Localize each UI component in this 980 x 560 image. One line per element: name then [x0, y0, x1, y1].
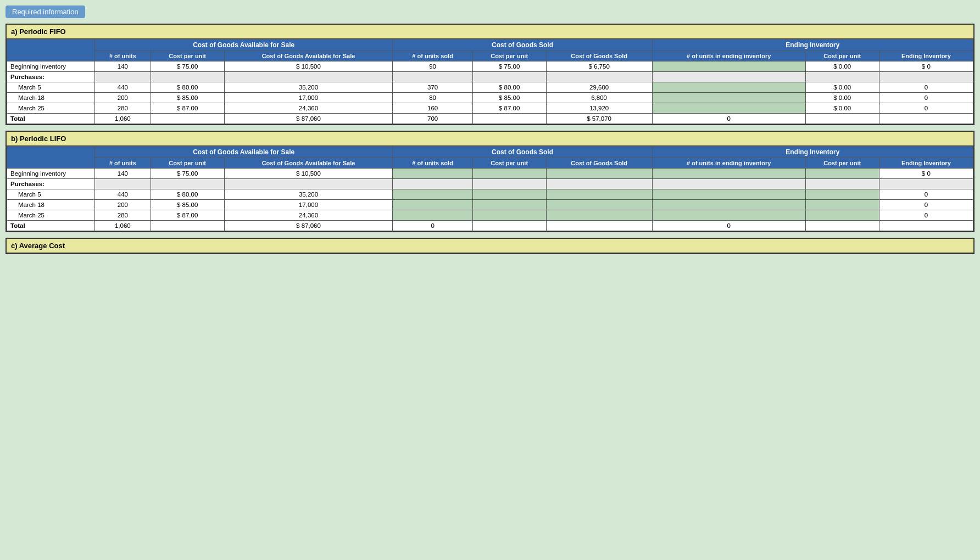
- row-label-5: Total: [7, 114, 95, 124]
- cell-0-0[interactable]: 140: [95, 169, 151, 179]
- cell-4-1[interactable]: $ 87.00: [151, 210, 224, 221]
- cell-5-7: [805, 221, 879, 231]
- cell-3-2[interactable]: 17,000: [224, 93, 393, 103]
- cell-4-4[interactable]: $ 87.00: [472, 103, 546, 114]
- cell-1-3: [393, 179, 472, 189]
- cell-4-6: [652, 103, 805, 114]
- cell-0-2[interactable]: $ 10,500: [224, 169, 393, 179]
- col-cost-per-a1: Cost per unit: [151, 51, 224, 61]
- ending-inventory-header: Ending Inventory: [652, 40, 973, 51]
- cell-4-2[interactable]: 24,360: [224, 103, 393, 114]
- cell-1-7: [805, 72, 879, 82]
- cell-2-2[interactable]: 35,200: [224, 189, 393, 200]
- cell-2-0[interactable]: 440: [95, 82, 151, 93]
- cell-1-4: [472, 179, 546, 189]
- cell-4-4: [472, 210, 546, 221]
- cell-5-3[interactable]: 700: [393, 114, 472, 124]
- cell-1-5: [546, 179, 652, 189]
- col-units-b1: # of units: [95, 158, 151, 169]
- cell-4-3[interactable]: 160: [393, 103, 472, 114]
- cell-5-6[interactable]: 0: [652, 221, 805, 231]
- cell-4-8[interactable]: 0: [879, 210, 973, 221]
- cogs-sold-header: Cost of Goods Sold: [393, 40, 652, 51]
- cell-1-2: [224, 72, 393, 82]
- cell-4-7[interactable]: $ 0.00: [805, 103, 879, 114]
- cell-3-2[interactable]: 17,000: [224, 200, 393, 210]
- cell-5-3[interactable]: 0: [393, 221, 472, 231]
- cell-3-7[interactable]: $ 0.00: [805, 93, 879, 103]
- cell-2-4: [472, 189, 546, 200]
- col-units-a1: # of units: [95, 51, 151, 61]
- cell-3-4[interactable]: $ 85.00: [472, 93, 546, 103]
- col-cost-per-end-a1: Cost per unit: [805, 51, 879, 61]
- cell-0-3: [393, 169, 472, 179]
- col-ending-inv-a1: Ending Inventory: [879, 51, 973, 61]
- cell-5-1: [151, 221, 224, 231]
- section-c: c) Average Cost: [5, 238, 975, 254]
- cell-0-8[interactable]: $ 0: [879, 61, 973, 72]
- cell-3-1[interactable]: $ 85.00: [151, 93, 224, 103]
- cell-4-2[interactable]: 24,360: [224, 210, 393, 221]
- cell-0-6: [652, 61, 805, 72]
- col-cogs-avail-a1: Cost of Goods Available for Sale: [224, 51, 393, 61]
- cell-0-0[interactable]: 140: [95, 61, 151, 72]
- cell-3-3[interactable]: 80: [393, 93, 472, 103]
- cell-3-6: [652, 93, 805, 103]
- empty-header: [7, 40, 95, 61]
- cell-2-5[interactable]: 29,600: [546, 82, 652, 93]
- cell-1-4: [472, 72, 546, 82]
- cell-5-8: [879, 221, 973, 231]
- cell-0-1[interactable]: $ 75.00: [151, 169, 224, 179]
- cell-3-8[interactable]: 0: [879, 93, 973, 103]
- cell-0-7[interactable]: $ 0.00: [805, 61, 879, 72]
- cell-2-2[interactable]: 35,200: [224, 82, 393, 93]
- cell-0-3[interactable]: 90: [393, 61, 472, 72]
- cell-1-3: [393, 72, 472, 82]
- cell-4-3: [393, 210, 472, 221]
- cell-0-8[interactable]: $ 0: [879, 169, 973, 179]
- cell-5-5[interactable]: $ 57,070: [546, 114, 652, 124]
- row-label-4: March 25: [7, 103, 95, 114]
- cell-5-2[interactable]: $ 87,060: [224, 114, 393, 124]
- col-cogs-sold-b1: Cost of Goods Sold: [546, 158, 652, 169]
- cell-2-8[interactable]: 0: [879, 189, 973, 200]
- cell-3-5[interactable]: 6,800: [546, 93, 652, 103]
- cell-0-2[interactable]: $ 10,500: [224, 61, 393, 72]
- cell-5-2[interactable]: $ 87,060: [224, 221, 393, 231]
- cell-2-1[interactable]: $ 80.00: [151, 189, 224, 200]
- cell-2-3[interactable]: 370: [393, 82, 472, 93]
- col-units-ending-b1: # of units in ending inventory: [652, 158, 805, 169]
- cell-5-0[interactable]: 1,060: [95, 221, 151, 231]
- cell-5-1: [151, 114, 224, 124]
- cell-3-0[interactable]: 200: [95, 93, 151, 103]
- cell-4-5[interactable]: 13,920: [546, 103, 652, 114]
- cell-2-4[interactable]: $ 80.00: [472, 82, 546, 93]
- required-label: Required information: [12, 8, 79, 16]
- cell-4-0[interactable]: 280: [95, 210, 151, 221]
- cell-3-0[interactable]: 200: [95, 200, 151, 210]
- cell-3-8[interactable]: 0: [879, 200, 973, 210]
- cell-4-8[interactable]: 0: [879, 103, 973, 114]
- cell-3-4: [472, 200, 546, 210]
- required-info-button[interactable]: Required information: [5, 5, 85, 18]
- cell-2-8[interactable]: 0: [879, 82, 973, 93]
- cell-1-0: [95, 179, 151, 189]
- cell-2-0[interactable]: 440: [95, 189, 151, 200]
- cell-1-0: [95, 72, 151, 82]
- cell-4-0[interactable]: 280: [95, 103, 151, 114]
- cell-2-3: [393, 189, 472, 200]
- section-a-title: a) Periodic FIFO: [7, 25, 973, 39]
- cell-2-7[interactable]: $ 0.00: [805, 82, 879, 93]
- cell-0-4[interactable]: $ 75.00: [472, 61, 546, 72]
- cell-0-1[interactable]: $ 75.00: [151, 61, 224, 72]
- cell-4-1[interactable]: $ 87.00: [151, 103, 224, 114]
- cell-3-1[interactable]: $ 85.00: [151, 200, 224, 210]
- cell-0-6: [652, 169, 805, 179]
- cell-2-6: [652, 82, 805, 93]
- cell-5-6[interactable]: 0: [652, 114, 805, 124]
- cell-2-5: [546, 189, 652, 200]
- cell-0-5[interactable]: $ 6,750: [546, 61, 652, 72]
- row-label-3: March 18: [7, 93, 95, 103]
- cell-5-0[interactable]: 1,060: [95, 114, 151, 124]
- cell-2-1[interactable]: $ 80.00: [151, 82, 224, 93]
